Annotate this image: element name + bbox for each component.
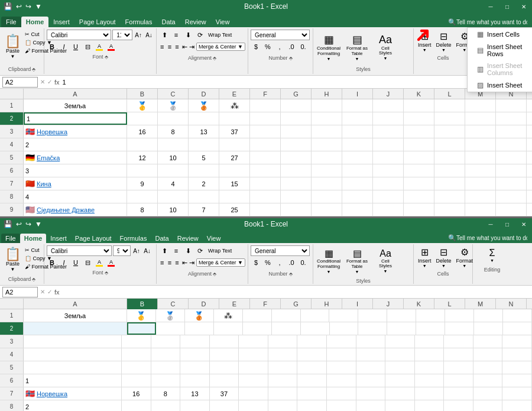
insert-function-top[interactable]: fx — [54, 79, 60, 86]
clipboard-dialog-top[interactable]: ⬘ — [32, 67, 35, 72]
currency-top[interactable]: $ — [251, 41, 261, 52]
close-btn-bot[interactable]: ✕ — [515, 218, 532, 231]
dec-decrease-top[interactable]: 0. — [298, 41, 309, 52]
cell-A5-top[interactable]: 🇩🇪 Emačка — [24, 151, 127, 164]
cell-E3-top[interactable]: 37 — [219, 125, 250, 138]
cancel-formula-top[interactable]: ✕ — [40, 79, 45, 85]
tab-view-top[interactable]: View — [211, 17, 235, 27]
col-header-C-top[interactable]: C — [158, 89, 189, 99]
orient-top[interactable]: ⟳ — [194, 30, 205, 40]
col-header-J-top[interactable]: J — [373, 89, 404, 99]
cell-F2-top[interactable] — [250, 112, 281, 125]
restore-btn-bot[interactable]: □ — [499, 218, 515, 231]
cell-N2-top[interactable] — [496, 112, 527, 125]
china-link-top[interactable]: Кина — [37, 180, 51, 187]
row-header-5-bot[interactable]: 5 — [0, 361, 24, 374]
underline-button-top[interactable]: U — [70, 41, 81, 52]
col-header-E-top[interactable]: E — [219, 89, 250, 99]
paste-button-top[interactable]: 📋 Paste ▼ — [2, 30, 23, 64]
num-dialog-bot[interactable]: ⬘ — [289, 271, 293, 277]
right-align-bot[interactable]: ≡ — [174, 257, 180, 268]
cell-B3-top[interactable]: 16 — [127, 125, 158, 138]
tab-formulas-top[interactable]: Formulas — [121, 17, 157, 27]
increase-indent-bot[interactable]: ⇥ — [189, 257, 195, 268]
tab-file-bot[interactable]: File — [1, 234, 20, 243]
bold-button-bot[interactable]: B — [47, 257, 57, 268]
redo-quick-btn[interactable]: ↪ — [24, 2, 33, 11]
row-header-6-bot[interactable]: 6 — [0, 374, 24, 387]
cell-A2-top[interactable]: 1 — [24, 112, 127, 125]
col-header-A-bot[interactable]: A — [24, 299, 127, 309]
font-decrease-top[interactable]: A↓ — [144, 30, 154, 40]
cell-B1-top[interactable]: 🥇 — [127, 99, 158, 112]
name-box-bottom[interactable] — [2, 287, 38, 297]
bot-align-top[interactable]: ⬇ — [183, 30, 193, 40]
merge-center-top[interactable]: Merge & Center ▼ — [196, 43, 245, 51]
cell-A7-bot[interactable]: 🇳🇴 Норвешка — [24, 387, 122, 400]
minimize-btn-top[interactable]: ─ — [482, 0, 499, 13]
row-header-5-top[interactable]: 5 — [0, 151, 24, 164]
tab-data-bot[interactable]: Data — [151, 234, 173, 243]
col-header-I-top[interactable]: I — [342, 89, 373, 99]
col-header-O-bot[interactable]: O — [527, 299, 532, 309]
cell-L1-top[interactable] — [434, 99, 465, 112]
col-header-D-bot[interactable]: D — [189, 299, 219, 309]
close-btn-top[interactable]: ✕ — [515, 0, 532, 13]
col-header-C-bot[interactable]: C — [158, 299, 189, 309]
save-quick-btn-bot[interactable]: 💾 — [2, 219, 14, 229]
insert-cells-item[interactable]: ▦ Insert Cells — [468, 28, 532, 41]
cell-A8-bot[interactable]: 2 — [24, 400, 122, 411]
germany-link-top[interactable]: Emačка — [37, 154, 60, 161]
cell-B2-top[interactable] — [127, 112, 158, 125]
cell-F1-top[interactable] — [250, 99, 281, 112]
top-align-bot[interactable]: ⬆ — [159, 245, 170, 256]
cell-M1-top[interactable] — [465, 99, 496, 112]
cell-B2-bot[interactable] — [127, 322, 156, 335]
font-size-select-top[interactable]: 11 — [112, 30, 132, 40]
insert-arrow-bot[interactable]: ▼ — [423, 264, 427, 268]
row-header-9-top[interactable]: 9 — [0, 203, 24, 216]
cell-G1-top[interactable] — [281, 99, 312, 112]
col-header-G-bot[interactable]: G — [281, 299, 312, 309]
cell-D1-bot[interactable]: 🥉 — [185, 309, 214, 322]
delete-arrow-top[interactable]: ▼ — [442, 48, 446, 52]
row-header-4-top[interactable]: 4 — [0, 138, 24, 151]
save-quick-btn[interactable]: 💾 — [2, 2, 14, 11]
sum-button-bot[interactable]: Σ ▼ — [475, 245, 509, 265]
cell-K2-top[interactable] — [404, 112, 434, 125]
col-header-J-bot[interactable]: J — [373, 299, 404, 309]
clipboard-dialog-bot[interactable]: ⬘ — [32, 277, 35, 282]
cell-A1-top[interactable]: Земља — [24, 99, 127, 112]
center-align-bot[interactable]: ≡ — [167, 257, 173, 268]
insert-button-top[interactable]: ⊞ Insert ▼ — [416, 30, 433, 53]
cell-D1-top[interactable]: 🥉 — [189, 99, 219, 112]
insert-sheet-rows-item[interactable]: ▤ Insert Sheet Rows — [468, 41, 532, 60]
cell-C3-top[interactable]: 8 — [158, 125, 189, 138]
cell-styles-bot[interactable]: Aa CellStyles ▼ — [372, 247, 398, 275]
align-dialog-top[interactable]: ⬘ — [213, 56, 216, 61]
insert-sheet-item[interactable]: ▨ Insert Sheet — [468, 79, 532, 92]
insert-button-bot[interactable]: ⊞ Insert ▼ — [416, 245, 433, 269]
undo-quick-btn[interactable]: ↩ — [15, 2, 23, 11]
col-header-G-top[interactable]: G — [281, 89, 312, 99]
paste-button-bot[interactable]: 📋 Paste ▼ — [2, 245, 23, 274]
cell-B1-bot[interactable]: 🥇 — [127, 309, 156, 322]
underline-button-bot[interactable]: U — [70, 257, 81, 268]
cell-A6-bot[interactable]: 1 — [24, 374, 122, 387]
name-box-top[interactable] — [2, 77, 38, 88]
conditional-formatting-top[interactable]: ▦ ConditionalFormatting ▼ — [316, 32, 342, 62]
dec-increase-bot[interactable]: .0 — [286, 257, 297, 268]
comma-top[interactable]: , — [274, 41, 285, 52]
cell-M2-top[interactable] — [465, 112, 496, 125]
col-header-F-top[interactable]: F — [250, 89, 281, 99]
format-as-table-bot[interactable]: ▤ Format asTable ▼ — [344, 247, 370, 275]
customize-quick-btn-bot[interactable]: ▼ — [34, 219, 43, 229]
cell-G2-top[interactable] — [281, 112, 312, 125]
cell-A9-top[interactable]: 🇺🇸 Сједињене Државе — [24, 203, 127, 216]
col-header-F-bot[interactable]: F — [250, 299, 281, 309]
customize-quick-btn[interactable]: ▼ — [34, 2, 43, 11]
tab-data-top[interactable]: Data — [157, 17, 180, 27]
col-header-H-top[interactable]: H — [312, 89, 342, 99]
bot-align-bot[interactable]: ⬇ — [183, 245, 193, 256]
right-align-top[interactable]: ≡ — [174, 41, 180, 52]
